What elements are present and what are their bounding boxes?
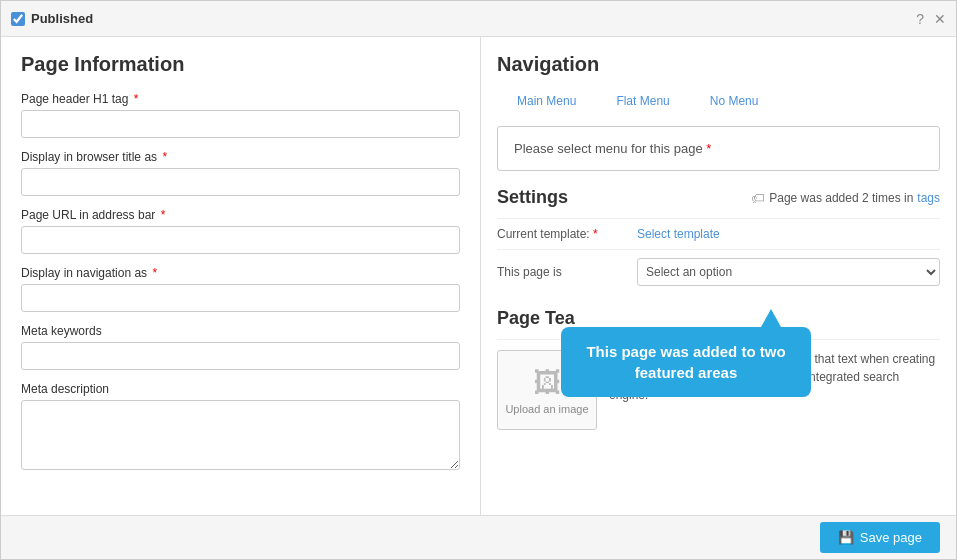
meta-description-textarea[interactable] <box>21 400 460 470</box>
template-label: Current template: * <box>497 227 637 241</box>
upload-label: Upload an image <box>505 403 588 415</box>
page-is-label: This page is <box>497 265 637 279</box>
tab-no-menu[interactable]: No Menu <box>690 88 779 116</box>
modal-body: Page Information Page header H1 tag * Di… <box>1 37 956 515</box>
page-url-input[interactable] <box>21 226 460 254</box>
published-label: Published <box>31 11 93 26</box>
page-is-select-wrapper: Select an option <box>637 258 940 286</box>
modal-header: Published ? ✕ <box>1 1 956 37</box>
tooltip-bubble: This page was added to two featured area… <box>561 327 811 397</box>
published-checkbox[interactable] <box>11 12 25 26</box>
navigation-title: Navigation <box>497 53 940 76</box>
form-group-meta-keywords: Meta keywords <box>21 324 460 370</box>
template-value: Select template <box>637 227 940 241</box>
h1-input[interactable] <box>21 110 460 138</box>
form-group-page-url: Page URL in address bar * <box>21 208 460 254</box>
page-url-label: Page URL in address bar * <box>21 208 460 222</box>
meta-keywords-label: Meta keywords <box>21 324 460 338</box>
nav-display-label: Display in navigation as * <box>21 266 460 280</box>
page-team-title: Page Tea <box>497 308 940 329</box>
settings-row-page-is: This page is Select an option <box>497 249 940 294</box>
modal-footer: 💾 Save page <box>1 515 956 559</box>
nav-tabs: Main Menu Flat Menu No Menu <box>497 88 940 116</box>
header-right: ? ✕ <box>916 11 946 27</box>
settings-title: Settings <box>497 187 568 208</box>
left-panel: Page Information Page header H1 tag * Di… <box>1 37 481 515</box>
page-is-select[interactable]: Select an option <box>637 258 940 286</box>
form-group-nav-display: Display in navigation as * <box>21 266 460 312</box>
tab-flat-menu[interactable]: Flat Menu <box>596 88 689 116</box>
page-information-title: Page Information <box>21 53 460 76</box>
select-template-link[interactable]: Select template <box>637 227 720 241</box>
tag-icon: 🏷 <box>751 190 765 206</box>
save-button[interactable]: 💾 Save page <box>820 522 940 553</box>
meta-keywords-input[interactable] <box>21 342 460 370</box>
save-label: Save page <box>860 530 922 545</box>
right-panel: Navigation Main Menu Flat Menu No Menu P… <box>481 37 956 515</box>
settings-row-template: Current template: * Select template <box>497 218 940 249</box>
close-icon[interactable]: ✕ <box>934 11 946 27</box>
form-group-meta-description: Meta description <box>21 382 460 473</box>
menu-notice: Please select menu for this page * <box>497 126 940 171</box>
upload-icon: 🖼 <box>533 366 561 399</box>
browser-title-input[interactable] <box>21 168 460 196</box>
help-icon[interactable]: ? <box>916 11 924 27</box>
tags-info: 🏷 Page was added 2 times in tags <box>751 190 940 206</box>
tab-main-menu[interactable]: Main Menu <box>497 88 596 116</box>
save-icon: 💾 <box>838 530 854 545</box>
modal-container: Published ? ✕ Page Information Page head… <box>0 0 957 560</box>
form-group-h1: Page header H1 tag * <box>21 92 460 138</box>
settings-header: Settings 🏷 Page was added 2 times in tag… <box>497 187 940 208</box>
tags-link[interactable]: tags <box>917 191 940 205</box>
browser-title-label: Display in browser title as * <box>21 150 460 164</box>
form-group-browser-title: Display in browser title as * <box>21 150 460 196</box>
header-left: Published <box>11 11 93 26</box>
meta-description-label: Meta description <box>21 382 460 396</box>
nav-display-input[interactable] <box>21 284 460 312</box>
h1-label: Page header H1 tag * <box>21 92 460 106</box>
